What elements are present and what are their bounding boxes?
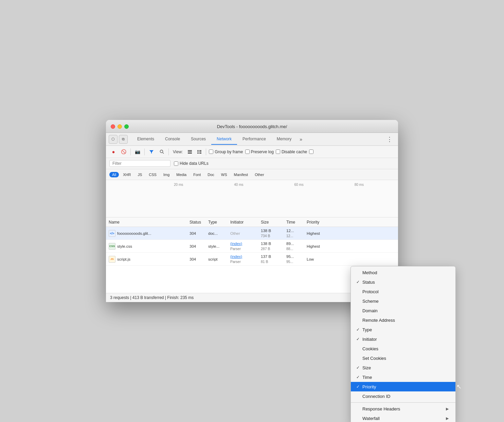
table-row[interactable]: CSS style.css 304 style... (index) Parse… <box>106 240 398 253</box>
menu-item-cookies[interactable]: Cookies <box>351 344 455 353</box>
col-header-status[interactable]: Status <box>187 218 206 226</box>
menu-item-waterfall[interactable]: Waterfall ▶ <box>351 414 455 422</box>
tab-console[interactable]: Console <box>160 134 185 145</box>
filter-input[interactable] <box>109 160 170 167</box>
toolbar-separator-4 <box>206 148 206 155</box>
menu-separator <box>351 402 455 403</box>
tab-performance[interactable]: Performance <box>237 134 271 145</box>
cursor-pointer-icon: ↖ <box>456 383 462 390</box>
menu-label-cookies: Cookies <box>362 346 449 351</box>
tab-elements[interactable]: Elements <box>132 134 160 145</box>
menu-label-size: Size <box>362 365 449 370</box>
row-filename: script.js <box>117 257 130 261</box>
menu-label-status: Status <box>362 280 449 285</box>
tabbar: ⬡ ⧉ Elements Console Sources Network Per… <box>106 133 398 146</box>
filter-button[interactable] <box>147 148 156 156</box>
svg-point-0 <box>160 150 163 153</box>
svg-rect-5 <box>197 150 199 151</box>
group-by-frame-checkbox[interactable]: Group by frame <box>209 150 243 154</box>
type-btn-ws[interactable]: WS <box>218 172 230 177</box>
menu-label-remote-address: Remote Address <box>362 318 449 323</box>
disable-cache-checkbox[interactable]: Disable cache <box>276 150 307 154</box>
menu-check-time: ✓ <box>356 375 362 380</box>
menu-item-protocol[interactable]: Protocol <box>351 287 455 296</box>
offline-checkbox[interactable] <box>309 150 313 154</box>
table-row[interactable]: JS script.js 304 script (index) Parser 1… <box>106 253 398 266</box>
menu-label-scheme: Scheme <box>362 299 449 304</box>
menu-check-status: ✓ <box>356 280 362 284</box>
tabs-container: Elements Console Sources Network Perform… <box>132 134 382 145</box>
menu-item-domain[interactable]: Domain <box>351 306 455 315</box>
row-name-cell: CSS style.css <box>106 242 187 251</box>
svg-rect-2 <box>188 150 192 151</box>
row-type: doc... <box>206 230 228 237</box>
col-header-name[interactable]: Name <box>106 218 187 226</box>
col-header-priority[interactable]: Priority <box>305 218 328 226</box>
tab-sources[interactable]: Sources <box>185 134 211 145</box>
toolbar-separator-2 <box>144 148 145 155</box>
maximize-button[interactable] <box>124 124 129 129</box>
row-initiator: (index) Parser <box>228 252 259 266</box>
menu-item-remote-address[interactable]: Remote Address <box>351 315 455 325</box>
type-btn-other[interactable]: Other <box>252 172 267 177</box>
type-btn-js[interactable]: JS <box>135 172 145 177</box>
menu-label-connection-id: Connection ID <box>362 394 449 399</box>
view-list-button[interactable] <box>186 148 194 156</box>
tab-network[interactable]: Network <box>211 134 237 145</box>
row-name-cell: </> fooooooooods.glit... <box>106 229 187 238</box>
menu-label-domain: Domain <box>362 308 449 313</box>
filter-bar: Hide data URLs <box>106 158 398 169</box>
menu-item-scheme[interactable]: Scheme <box>351 296 455 306</box>
menu-item-time[interactable]: ✓ Time <box>351 372 455 382</box>
type-btn-doc[interactable]: Doc <box>205 172 217 177</box>
col-header-type[interactable]: Type <box>206 218 228 226</box>
row-status: 304 <box>187 256 206 263</box>
hide-data-urls-checkbox[interactable]: Hide data URLs <box>174 161 209 166</box>
type-btn-xhr[interactable]: XHR <box>120 172 133 177</box>
menu-item-response-headers[interactable]: Response Headers ▶ <box>351 404 455 414</box>
menu-item-type[interactable]: ✓ Type <box>351 325 455 334</box>
type-filter-bar: All XHR JS CSS Img Media Font Doc WS Man… <box>106 169 398 180</box>
menu-item-set-cookies[interactable]: Set Cookies <box>351 353 455 363</box>
menu-label-priority: Priority <box>362 384 449 389</box>
view-tree-button[interactable] <box>196 148 203 156</box>
tab-memory[interactable]: Memory <box>271 134 297 145</box>
menu-item-size[interactable]: ✓ Size <box>351 363 455 372</box>
clear-button[interactable]: 🚫 <box>120 148 128 156</box>
traffic-lights <box>111 124 129 129</box>
menu-item-initiator[interactable]: ✓ Initiator <box>351 334 455 344</box>
col-header-initiator[interactable]: Initiator <box>228 218 259 226</box>
menu-item-status[interactable]: ✓ Status <box>351 277 455 287</box>
row-type: script <box>206 256 228 263</box>
camera-button[interactable]: 📷 <box>133 148 142 156</box>
devtools-menu-button[interactable]: ⋮ <box>384 134 395 144</box>
status-text: 3 requests | 413 B transferred | Finish:… <box>110 295 194 300</box>
tabbar-icons: ⬡ ⧉ <box>109 135 128 144</box>
col-header-time[interactable]: Time <box>284 218 305 226</box>
type-btn-manifest[interactable]: Manifest <box>231 172 251 177</box>
context-menu: Method ✓ Status Protocol Scheme Domain R… <box>350 266 456 422</box>
type-btn-font[interactable]: Font <box>191 172 203 177</box>
menu-label-waterfall: Waterfall <box>362 416 446 421</box>
type-btn-img[interactable]: Img <box>161 172 172 177</box>
type-btn-media[interactable]: Media <box>174 172 189 177</box>
close-button[interactable] <box>111 124 115 129</box>
svg-rect-9 <box>197 153 199 154</box>
preserve-log-checkbox[interactable]: Preserve log <box>245 150 274 154</box>
col-header-size[interactable]: Size <box>259 218 284 226</box>
type-btn-css[interactable]: CSS <box>146 172 159 177</box>
svg-rect-8 <box>199 152 201 152</box>
menu-item-connection-id[interactable]: Connection ID <box>351 391 455 401</box>
record-button[interactable]: ● <box>109 148 118 156</box>
type-btn-all[interactable]: All <box>109 172 119 177</box>
tab-more-button[interactable]: » <box>297 135 305 143</box>
titlebar: DevTools - fooooooooods.glitch.me/ <box>106 120 398 133</box>
search-button[interactable] <box>158 148 166 156</box>
table-row[interactable]: </> fooooooooods.glit... 304 doc... Othe… <box>106 227 398 240</box>
minimize-button[interactable] <box>118 124 122 129</box>
row-type: style... <box>206 243 228 250</box>
cursor-icon-btn[interactable]: ⬡ <box>109 135 118 144</box>
layers-icon-btn[interactable]: ⧉ <box>119 135 128 144</box>
menu-item-method[interactable]: Method <box>351 268 455 277</box>
menu-item-priority[interactable]: ✓ Priority ↖ <box>351 382 455 391</box>
